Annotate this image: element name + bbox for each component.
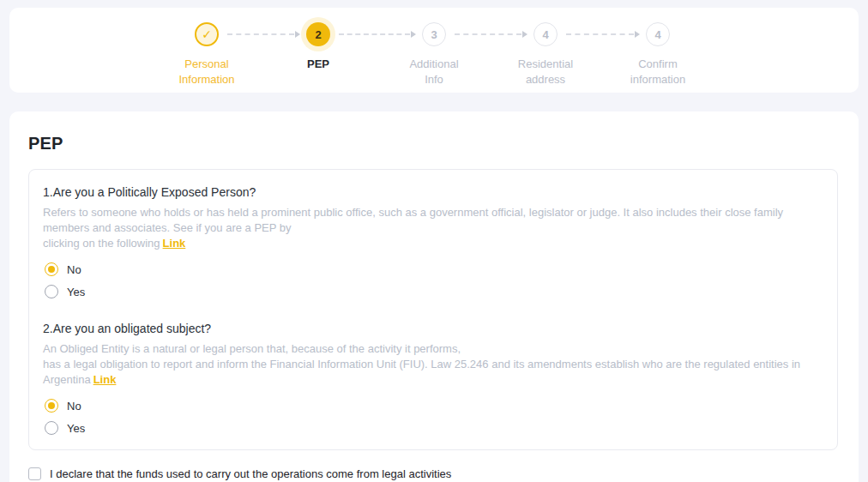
step-pep[interactable]: 2 PEP [267,22,370,72]
radio-icon[interactable] [45,399,58,413]
page-title: PEP [28,134,838,154]
step-label: Additional Info [383,57,485,87]
question-pep: 1.Are you a Politically Exposed Person? … [43,185,823,303]
pep-form-panel: PEP 1.Are you a Politically Exposed Pers… [9,111,859,482]
pep-info-link[interactable]: Link [163,237,186,250]
questions-card: 1.Are you a Politically Exposed Person? … [28,169,838,450]
radio-group-pep: No Yes [43,258,823,303]
radio-option-no[interactable]: No [43,258,83,280]
step-additional-info: 3 Additional Info [383,22,485,87]
step-residential-address: 4 Residential address [494,22,597,87]
question-obligated-subject: 2.Are you an obligated subject? An Oblig… [43,322,823,439]
radio-icon[interactable] [45,262,58,276]
step-circle: 2 [306,22,330,46]
radio-icon[interactable] [45,421,58,435]
question-title: 2.Are you an obligated subject? [43,322,823,335]
step-confirm-information: 4 Confirm information [606,22,709,87]
stepper-panel: ✓ Personal Information 2 PEP 3 Additiona… [9,8,859,93]
step-circle: ✓ [195,22,219,46]
radio-label: Yes [67,286,85,298]
radio-group-obligated: No Yes [43,395,823,439]
step-label: Confirm information [606,57,709,87]
question-title: 1.Are you a Politically Exposed Person? [43,185,823,199]
radio-label: Yes [67,422,85,435]
fiu-info-link[interactable]: Link [93,373,117,386]
check-icon: ✓ [202,27,212,41]
question-description: Refers to someone who holds or has held … [43,205,823,251]
step-label: Residential address [494,57,597,87]
radio-option-yes[interactable]: Yes [43,417,87,439]
radio-option-no[interactable]: No [43,395,83,417]
radio-label: No [67,400,81,413]
radio-option-yes[interactable]: Yes [43,280,87,303]
question-description: An Obliged Entity is a natural or legal … [43,341,823,388]
declaration-label: I declare that the funds used to carry o… [50,467,451,480]
declaration-checkbox[interactable] [28,467,41,480]
step-label: PEP [267,57,370,72]
declaration-row[interactable]: I declare that the funds used to carry o… [28,467,451,480]
step-circle: 4 [646,22,670,46]
step-personal-information[interactable]: ✓ Personal Information [155,22,258,87]
step-label: Personal Information [155,57,258,87]
radio-icon[interactable] [45,285,58,298]
radio-label: No [67,263,81,276]
step-circle: 3 [422,22,446,46]
step-circle: 4 [533,22,558,46]
